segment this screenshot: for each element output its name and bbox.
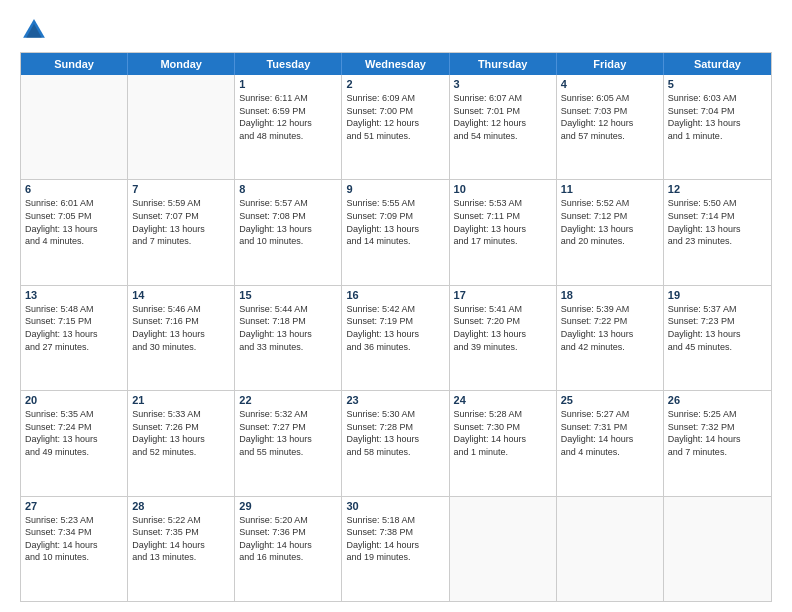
day-info: Sunrise: 6:11 AM Sunset: 6:59 PM Dayligh…	[239, 92, 337, 142]
weekday-header-friday: Friday	[557, 53, 664, 75]
cal-cell-1: 1Sunrise: 6:11 AM Sunset: 6:59 PM Daylig…	[235, 75, 342, 179]
cal-cell-13: 13Sunrise: 5:48 AM Sunset: 7:15 PM Dayli…	[21, 286, 128, 390]
weekday-header-tuesday: Tuesday	[235, 53, 342, 75]
day-number: 24	[454, 394, 552, 406]
day-info: Sunrise: 5:44 AM Sunset: 7:18 PM Dayligh…	[239, 303, 337, 353]
cal-cell-29: 29Sunrise: 5:20 AM Sunset: 7:36 PM Dayli…	[235, 497, 342, 601]
cal-cell-14: 14Sunrise: 5:46 AM Sunset: 7:16 PM Dayli…	[128, 286, 235, 390]
day-number: 10	[454, 183, 552, 195]
logo	[20, 16, 52, 44]
day-number: 18	[561, 289, 659, 301]
day-info: Sunrise: 5:25 AM Sunset: 7:32 PM Dayligh…	[668, 408, 767, 458]
day-number: 12	[668, 183, 767, 195]
day-number: 30	[346, 500, 444, 512]
weekday-header-monday: Monday	[128, 53, 235, 75]
cal-cell-17: 17Sunrise: 5:41 AM Sunset: 7:20 PM Dayli…	[450, 286, 557, 390]
day-info: Sunrise: 5:50 AM Sunset: 7:14 PM Dayligh…	[668, 197, 767, 247]
cal-cell-7: 7Sunrise: 5:59 AM Sunset: 7:07 PM Daylig…	[128, 180, 235, 284]
day-info: Sunrise: 5:18 AM Sunset: 7:38 PM Dayligh…	[346, 514, 444, 564]
day-info: Sunrise: 5:42 AM Sunset: 7:19 PM Dayligh…	[346, 303, 444, 353]
cal-cell-22: 22Sunrise: 5:32 AM Sunset: 7:27 PM Dayli…	[235, 391, 342, 495]
day-info: Sunrise: 5:46 AM Sunset: 7:16 PM Dayligh…	[132, 303, 230, 353]
day-info: Sunrise: 6:03 AM Sunset: 7:04 PM Dayligh…	[668, 92, 767, 142]
weekday-header-sunday: Sunday	[21, 53, 128, 75]
day-number: 11	[561, 183, 659, 195]
day-info: Sunrise: 5:35 AM Sunset: 7:24 PM Dayligh…	[25, 408, 123, 458]
day-number: 25	[561, 394, 659, 406]
weekday-header-wednesday: Wednesday	[342, 53, 449, 75]
cal-cell-empty-0-0	[21, 75, 128, 179]
day-info: Sunrise: 6:01 AM Sunset: 7:05 PM Dayligh…	[25, 197, 123, 247]
cal-cell-25: 25Sunrise: 5:27 AM Sunset: 7:31 PM Dayli…	[557, 391, 664, 495]
day-info: Sunrise: 5:55 AM Sunset: 7:09 PM Dayligh…	[346, 197, 444, 247]
cal-cell-20: 20Sunrise: 5:35 AM Sunset: 7:24 PM Dayli…	[21, 391, 128, 495]
cal-cell-9: 9Sunrise: 5:55 AM Sunset: 7:09 PM Daylig…	[342, 180, 449, 284]
weekday-header-thursday: Thursday	[450, 53, 557, 75]
day-number: 21	[132, 394, 230, 406]
cal-cell-8: 8Sunrise: 5:57 AM Sunset: 7:08 PM Daylig…	[235, 180, 342, 284]
week-row-3: 13Sunrise: 5:48 AM Sunset: 7:15 PM Dayli…	[21, 285, 771, 390]
day-number: 5	[668, 78, 767, 90]
day-number: 23	[346, 394, 444, 406]
day-info: Sunrise: 5:52 AM Sunset: 7:12 PM Dayligh…	[561, 197, 659, 247]
cal-cell-24: 24Sunrise: 5:28 AM Sunset: 7:30 PM Dayli…	[450, 391, 557, 495]
cal-cell-2: 2Sunrise: 6:09 AM Sunset: 7:00 PM Daylig…	[342, 75, 449, 179]
cal-cell-empty-4-5	[557, 497, 664, 601]
day-info: Sunrise: 5:32 AM Sunset: 7:27 PM Dayligh…	[239, 408, 337, 458]
calendar: SundayMondayTuesdayWednesdayThursdayFrid…	[20, 52, 772, 602]
day-number: 29	[239, 500, 337, 512]
day-info: Sunrise: 5:33 AM Sunset: 7:26 PM Dayligh…	[132, 408, 230, 458]
week-row-2: 6Sunrise: 6:01 AM Sunset: 7:05 PM Daylig…	[21, 179, 771, 284]
cal-cell-28: 28Sunrise: 5:22 AM Sunset: 7:35 PM Dayli…	[128, 497, 235, 601]
day-info: Sunrise: 5:30 AM Sunset: 7:28 PM Dayligh…	[346, 408, 444, 458]
calendar-body: 1Sunrise: 6:11 AM Sunset: 6:59 PM Daylig…	[21, 75, 771, 601]
day-number: 14	[132, 289, 230, 301]
day-number: 3	[454, 78, 552, 90]
week-row-5: 27Sunrise: 5:23 AM Sunset: 7:34 PM Dayli…	[21, 496, 771, 601]
day-info: Sunrise: 5:37 AM Sunset: 7:23 PM Dayligh…	[668, 303, 767, 353]
day-info: Sunrise: 6:05 AM Sunset: 7:03 PM Dayligh…	[561, 92, 659, 142]
cal-cell-10: 10Sunrise: 5:53 AM Sunset: 7:11 PM Dayli…	[450, 180, 557, 284]
logo-icon	[20, 16, 48, 44]
day-info: Sunrise: 5:27 AM Sunset: 7:31 PM Dayligh…	[561, 408, 659, 458]
cal-cell-19: 19Sunrise: 5:37 AM Sunset: 7:23 PM Dayli…	[664, 286, 771, 390]
cal-cell-4: 4Sunrise: 6:05 AM Sunset: 7:03 PM Daylig…	[557, 75, 664, 179]
cal-cell-11: 11Sunrise: 5:52 AM Sunset: 7:12 PM Dayli…	[557, 180, 664, 284]
day-info: Sunrise: 5:39 AM Sunset: 7:22 PM Dayligh…	[561, 303, 659, 353]
calendar-header: SundayMondayTuesdayWednesdayThursdayFrid…	[21, 53, 771, 75]
day-info: Sunrise: 5:53 AM Sunset: 7:11 PM Dayligh…	[454, 197, 552, 247]
week-row-1: 1Sunrise: 6:11 AM Sunset: 6:59 PM Daylig…	[21, 75, 771, 179]
day-number: 8	[239, 183, 337, 195]
cal-cell-5: 5Sunrise: 6:03 AM Sunset: 7:04 PM Daylig…	[664, 75, 771, 179]
day-number: 20	[25, 394, 123, 406]
day-number: 9	[346, 183, 444, 195]
day-number: 27	[25, 500, 123, 512]
day-info: Sunrise: 5:41 AM Sunset: 7:20 PM Dayligh…	[454, 303, 552, 353]
cal-cell-27: 27Sunrise: 5:23 AM Sunset: 7:34 PM Dayli…	[21, 497, 128, 601]
cal-cell-30: 30Sunrise: 5:18 AM Sunset: 7:38 PM Dayli…	[342, 497, 449, 601]
day-number: 22	[239, 394, 337, 406]
day-number: 15	[239, 289, 337, 301]
page: SundayMondayTuesdayWednesdayThursdayFrid…	[0, 0, 792, 612]
day-number: 28	[132, 500, 230, 512]
cal-cell-23: 23Sunrise: 5:30 AM Sunset: 7:28 PM Dayli…	[342, 391, 449, 495]
day-number: 6	[25, 183, 123, 195]
day-number: 7	[132, 183, 230, 195]
day-info: Sunrise: 5:59 AM Sunset: 7:07 PM Dayligh…	[132, 197, 230, 247]
day-number: 17	[454, 289, 552, 301]
cal-cell-empty-4-6	[664, 497, 771, 601]
day-number: 16	[346, 289, 444, 301]
cal-cell-15: 15Sunrise: 5:44 AM Sunset: 7:18 PM Dayli…	[235, 286, 342, 390]
day-info: Sunrise: 5:28 AM Sunset: 7:30 PM Dayligh…	[454, 408, 552, 458]
header	[20, 16, 772, 44]
day-number: 19	[668, 289, 767, 301]
cal-cell-16: 16Sunrise: 5:42 AM Sunset: 7:19 PM Dayli…	[342, 286, 449, 390]
day-number: 4	[561, 78, 659, 90]
day-info: Sunrise: 5:57 AM Sunset: 7:08 PM Dayligh…	[239, 197, 337, 247]
day-info: Sunrise: 6:09 AM Sunset: 7:00 PM Dayligh…	[346, 92, 444, 142]
cal-cell-18: 18Sunrise: 5:39 AM Sunset: 7:22 PM Dayli…	[557, 286, 664, 390]
day-number: 13	[25, 289, 123, 301]
week-row-4: 20Sunrise: 5:35 AM Sunset: 7:24 PM Dayli…	[21, 390, 771, 495]
day-number: 2	[346, 78, 444, 90]
cal-cell-3: 3Sunrise: 6:07 AM Sunset: 7:01 PM Daylig…	[450, 75, 557, 179]
